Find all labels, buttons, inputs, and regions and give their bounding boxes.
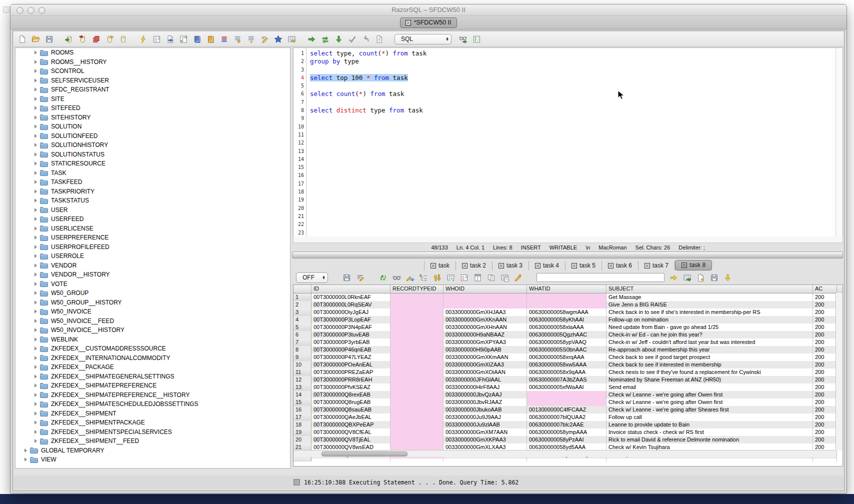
cell-subject[interactable]: Follow up call: [606, 414, 813, 421]
cell-subject[interactable]: Give Jenn a BIG RAISE: [606, 301, 813, 308]
cell-recordtypeid[interactable]: [390, 391, 444, 398]
table-row[interactable]: 1800T3000000QBXPeEAP0033000000Ju9zlAAB00…: [294, 421, 842, 428]
cell-subject[interactable]: Invoice status check - check w/ RS first: [606, 428, 813, 436]
column-header-ac[interactable]: AC: [813, 285, 837, 293]
refresh-green-icon[interactable]: [378, 273, 388, 282]
cell-recordtypeid[interactable]: [390, 316, 444, 324]
tree-item-zkfedex__shipment[interactable]: ZKFEDEX__SHIPMENT: [16, 409, 290, 418]
open-folder-icon[interactable]: [31, 34, 40, 44]
cell-ac[interactable]: 200: [813, 428, 837, 436]
table-row[interactable]: 1500T3000000Q8rugEAB0033000000JbvRJAAZCh…: [294, 398, 842, 406]
table-row[interactable]: 900T3000000P47LYEAZ0033000000GmXKmAAN006…: [294, 354, 842, 361]
code-line[interactable]: [310, 123, 836, 131]
tree-item-userlicense[interactable]: USERLICENSE: [16, 224, 290, 234]
cell-subject[interactable]: Re-approach about membership this year: [606, 346, 813, 354]
cell-id[interactable]: 00T3000000PREZaEAP: [312, 368, 390, 376]
cell-whoid[interactable]: 0033000000GmXHJAA3: [444, 308, 527, 316]
cell-subject[interactable]: Check w/ Leanne - we're going after Owen…: [606, 391, 813, 398]
row-number[interactable]: 20: [294, 436, 312, 444]
disclosure-triangle-icon[interactable]: [34, 420, 37, 424]
disclosure-triangle-icon[interactable]: [34, 374, 37, 378]
tab-close-icon[interactable]: [498, 263, 504, 268]
title-bar[interactable]: RazorSQL – SFDCW50 II: [10, 4, 846, 16]
db-new-icon[interactable]: [105, 34, 114, 44]
disclosure-triangle-icon[interactable]: [34, 291, 37, 295]
cell-whoid[interactable]: 0033000000H9aNBAAZ: [444, 331, 527, 338]
disclosure-triangle-icon[interactable]: [34, 88, 37, 92]
star-icon[interactable]: [274, 34, 282, 44]
row-number[interactable]: 17: [294, 414, 312, 421]
disclosure-triangle-icon[interactable]: [34, 319, 37, 323]
cell-whoid[interactable]: 0033000000GmXKnAAN: [444, 316, 527, 324]
tree-item-sitehistory[interactable]: SITEHISTORY: [16, 113, 290, 122]
code-line[interactable]: [310, 188, 836, 196]
doc-lines-icon[interactable]: [374, 34, 384, 44]
cell-id[interactable]: 00T3000000L0RqSEAV: [312, 301, 390, 308]
tree-item-vote[interactable]: VOTE: [16, 280, 290, 289]
editor-horizontal-scrollbar[interactable]: [293, 236, 843, 243]
column-header-subject[interactable]: SUBJECT: [606, 285, 813, 293]
cell-whatid[interactable]: 006300000058ympAAA: [527, 428, 606, 436]
disclosure-triangle-icon[interactable]: [34, 226, 37, 230]
cell-whatid[interactable]: 00630000007blQUAA2: [527, 414, 606, 421]
tree-item-solutionstatus[interactable]: SOLUTIONSTATUS: [16, 150, 290, 160]
cell-id[interactable]: 00T3000000QV8TjEAL: [312, 436, 390, 444]
row-number[interactable]: 15: [294, 398, 312, 406]
cell-id[interactable]: 00T3000000QBXPeEAP: [312, 421, 390, 428]
cell-recordtypeid[interactable]: [390, 346, 444, 354]
tree-item-zkfedex__shipmatepreference[interactable]: ZKFEDEX__SHIPMATEPREFERENCE: [16, 381, 290, 390]
auto-commit-dropdown[interactable]: OFF ▲▼: [296, 272, 328, 283]
results-vertical-scrollbar[interactable]: [836, 293, 842, 450]
cell-whoid[interactable]: 0033000000GmXHnAAN: [444, 324, 527, 331]
disclosure-triangle-icon[interactable]: [34, 264, 37, 268]
cell-whatid[interactable]: [527, 301, 606, 308]
cell-ac[interactable]: 200: [813, 338, 837, 346]
results-tab-task-8[interactable]: task 8: [675, 260, 712, 270]
cell-recordtypeid[interactable]: [390, 436, 444, 444]
tree-item-zkfedex__shipmatepreference__history[interactable]: ZKFEDEX__SHIPMATEPREFERENCE__HISTORY: [16, 390, 290, 400]
code-line[interactable]: [310, 172, 836, 180]
row-number[interactable]: 2: [294, 301, 312, 308]
cell-id[interactable]: 00T3000000L0RknEAF: [312, 294, 390, 301]
database-object-tree[interactable]: ROOMSROOMS__HISTORYSCONTROLSELFSERVICEUS…: [15, 48, 290, 468]
cell-whoid[interactable]: 0033000000GmXIZAA3: [444, 361, 527, 368]
cell-ac[interactable]: 200: [813, 384, 837, 391]
cell-whatid[interactable]: 006300000058yKhAAI: [527, 316, 606, 324]
code-line[interactable]: [310, 196, 836, 204]
results-search-input[interactable]: [536, 273, 664, 282]
cell-whatid[interactable]: [527, 398, 606, 406]
disclosure-triangle-icon[interactable]: [34, 245, 37, 249]
tree-item-w50_invoice[interactable]: W50_INVOICE: [16, 307, 290, 316]
disclosure-triangle-icon[interactable]: [34, 171, 37, 175]
row-number[interactable]: 18: [294, 421, 312, 428]
cell-id[interactable]: 00T3000000POeAnEAL: [312, 361, 390, 368]
down-green-icon[interactable]: [334, 34, 343, 44]
cell-recordtypeid[interactable]: [390, 361, 444, 368]
cell-subject[interactable]: Check back to see if good target prospec…: [606, 354, 813, 361]
disclosure-triangle-icon[interactable]: [34, 346, 37, 350]
tree-item-taskpriority[interactable]: TASKPRIORITY: [16, 187, 290, 196]
cell-ac[interactable]: 200: [813, 421, 837, 428]
row-number[interactable]: 11: [294, 368, 312, 376]
row-number[interactable]: 16: [294, 406, 312, 414]
code-line[interactable]: group by type: [310, 58, 836, 66]
tree-item-w50_group__history[interactable]: W50_GROUP__HISTORY: [16, 298, 290, 308]
code-line[interactable]: [310, 212, 836, 220]
cell-whoid[interactable]: 0033000000HirF8AAJ: [444, 384, 527, 391]
code-line[interactable]: [310, 164, 836, 172]
disclosure-triangle-icon[interactable]: [34, 393, 37, 397]
row-number[interactable]: 3: [294, 308, 312, 316]
db-icon[interactable]: [118, 34, 128, 44]
table-row[interactable]: 800T3000000P46qnEAB0033000000H9i0pAAB006…: [294, 346, 842, 354]
code-line[interactable]: select count(*) from task: [310, 90, 836, 98]
lines-red-icon[interactable]: [220, 34, 228, 44]
tree-item-zkfedex__shipmentspecialservices[interactable]: ZKFEDEX__SHIPMENTSPECIALSERVICES: [16, 428, 290, 437]
cell-whoid[interactable]: 0033000000JFhGlAAL: [444, 376, 527, 384]
table-row[interactable]: 300T3000000OiyJgEAJ0033000000GmXHJAA3006…: [294, 308, 842, 316]
cell-ac[interactable]: 200: [813, 331, 837, 338]
filter-pencil-icon[interactable]: [356, 273, 364, 282]
results-tab-task-2[interactable]: task 2: [456, 261, 492, 270]
cell-id[interactable]: 00T3000000P3tuvEAB: [312, 331, 390, 338]
cell-subject[interactable]: Check back in to see if she's interested…: [606, 308, 813, 316]
row-number[interactable]: 7: [294, 338, 312, 346]
